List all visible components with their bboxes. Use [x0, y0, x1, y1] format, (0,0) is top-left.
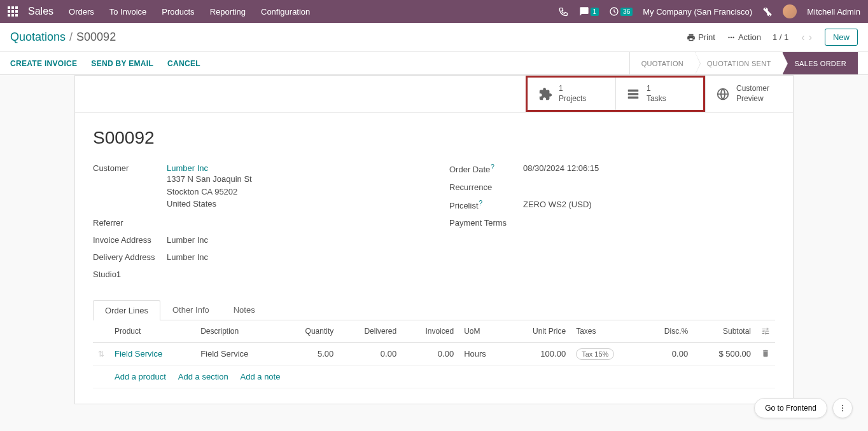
form-columns: Customer Lumber Inc 1337 N San Joaquin S…	[93, 163, 775, 287]
projects-label: Projects	[559, 94, 586, 104]
chat-icon[interactable]: 1	[579, 6, 599, 17]
column-settings-icon[interactable]	[761, 327, 770, 336]
referrer-label: Referrer	[93, 218, 167, 228]
cell-taxes[interactable]: Tax 15%	[576, 348, 614, 360]
action-label: Action	[738, 32, 761, 42]
pager-next-icon[interactable]: ›	[808, 32, 813, 43]
th-invoiced[interactable]: Invoiced	[402, 320, 459, 343]
menu-reporting[interactable]: Reporting	[210, 7, 246, 17]
cell-uom[interactable]: Hours	[459, 342, 507, 365]
delivery-address-value[interactable]: Lumber Inc	[167, 252, 419, 262]
tab-notes[interactable]: Notes	[221, 299, 267, 320]
tasks-label: Tasks	[647, 94, 666, 104]
create-invoice-button[interactable]: CREATE INVOICE	[10, 59, 77, 68]
th-quantity[interactable]: Quantity	[281, 320, 339, 343]
puzzle-icon	[538, 87, 552, 101]
breadcrumb-actions: Print Action 1 / 1 ‹ › New	[687, 29, 858, 46]
customer-addr1: 1337 N San Joaquin St	[167, 173, 419, 186]
menu-orders[interactable]: Orders	[69, 7, 94, 17]
nav-right: 1 36 My Company (San Francisco) Mitchell…	[559, 4, 860, 18]
clock-icon[interactable]: 36	[609, 6, 633, 17]
clock-badge: 36	[620, 8, 633, 16]
cell-description[interactable]: Field Service	[195, 342, 281, 365]
th-delivered[interactable]: Delivered	[339, 320, 402, 343]
customer-preview-button[interactable]: Customer Preview	[705, 76, 793, 112]
status-quotation[interactable]: QUOTATION	[629, 52, 695, 74]
tasks-stat-button[interactable]: 1 Tasks	[615, 78, 703, 110]
invoice-address-value[interactable]: Lumber Inc	[167, 235, 419, 245]
pager-nav: ‹ ›	[800, 32, 813, 43]
invoice-address-label: Invoice Address	[93, 235, 167, 245]
menu-configuration[interactable]: Configuration	[261, 7, 310, 17]
status-bar: QUOTATION QUOTATION SENT SALES ORDER	[629, 52, 858, 74]
th-subtotal[interactable]: Subtotal	[693, 320, 756, 343]
table-row[interactable]: ⇅ Field Service Field Service 5.00 0.00 …	[93, 342, 775, 365]
svg-rect-5	[15, 10, 18, 13]
user-avatar[interactable]	[783, 4, 797, 18]
customer-addr3: United States	[167, 198, 419, 210]
status-quotation-sent[interactable]: QUOTATION SENT	[695, 52, 782, 74]
customer-addr2: Stockton CA 95202	[167, 186, 419, 198]
print-label: Print	[698, 32, 715, 42]
th-taxes[interactable]: Taxes	[571, 320, 643, 343]
more-button[interactable]	[832, 398, 853, 404]
tab-order-lines[interactable]: Order Lines	[93, 300, 160, 320]
user-name[interactable]: Mitchell Admin	[807, 7, 860, 17]
studio1-label: Studio1	[93, 270, 167, 279]
pager-prev-icon[interactable]: ‹	[800, 32, 806, 43]
delete-row-icon[interactable]	[761, 349, 770, 358]
projects-count: 1	[559, 84, 586, 94]
menu-to-invoice[interactable]: To Invoice	[109, 7, 147, 17]
pricelist-label: Pricelist?	[449, 200, 523, 210]
cell-delivered[interactable]: 0.00	[339, 342, 402, 365]
new-button[interactable]: New	[825, 29, 858, 46]
delivery-address-label: Delivery Address	[93, 252, 167, 262]
table-header-row: Product Description Quantity Delivered I…	[93, 320, 775, 343]
tab-other-info[interactable]: Other Info	[160, 299, 221, 320]
svg-rect-12	[628, 96, 639, 99]
add-product-link[interactable]: Add a product	[115, 372, 166, 381]
form-left-column: Customer Lumber Inc 1337 N San Joaquin S…	[93, 163, 419, 287]
cell-disc[interactable]: 0.00	[643, 342, 693, 365]
apps-icon[interactable]	[8, 6, 18, 17]
company-selector[interactable]: My Company (San Francisco)	[643, 7, 752, 17]
form-sheet: S00092 Customer Lumber Inc 1337 N San Jo…	[75, 113, 793, 404]
svg-rect-6	[8, 14, 10, 17]
customer-link[interactable]: Lumber Inc	[167, 163, 419, 173]
cell-invoiced[interactable]: 0.00	[402, 342, 459, 365]
tools-icon[interactable]	[762, 6, 773, 17]
stat-buttons: 1 Projects 1 Tasks Customer Preview	[75, 76, 793, 113]
projects-stat-button[interactable]: 1 Projects	[528, 78, 615, 110]
pricelist-value[interactable]: ZERO WS2 (USD)	[523, 200, 775, 209]
cancel-button[interactable]: CANCEL	[167, 59, 200, 68]
action-button[interactable]: Action	[727, 32, 761, 42]
svg-rect-0	[8, 6, 10, 9]
cell-quantity[interactable]: 5.00	[281, 342, 339, 365]
goto-frontend-button[interactable]: Go to Frontend	[754, 398, 827, 404]
action-bar: CREATE INVOICE SEND BY EMAIL CANCEL QUOT…	[0, 52, 868, 75]
status-sales-order[interactable]: SALES ORDER	[782, 52, 858, 74]
th-description[interactable]: Description	[195, 320, 281, 343]
add-section-link[interactable]: Add a section	[178, 372, 228, 381]
menu-products[interactable]: Products	[162, 7, 194, 17]
phone-icon[interactable]	[559, 6, 569, 17]
print-button[interactable]: Print	[687, 32, 715, 42]
cell-product[interactable]: Field Service	[115, 349, 162, 359]
payment-terms-label: Payment Terms	[449, 218, 523, 228]
th-disc[interactable]: Disc.%	[643, 320, 693, 343]
send-email-button[interactable]: SEND BY EMAIL	[91, 59, 153, 68]
svg-rect-7	[11, 14, 14, 17]
drag-handle-icon[interactable]: ⇅	[98, 350, 104, 359]
add-note-link[interactable]: Add a note	[241, 372, 281, 381]
svg-rect-11	[628, 93, 639, 95]
chat-badge: 1	[591, 8, 599, 16]
breadcrumb-separator: /	[69, 31, 73, 44]
th-product[interactable]: Product	[109, 320, 195, 343]
th-uom[interactable]: UoM	[459, 320, 507, 343]
th-unit-price[interactable]: Unit Price	[507, 320, 571, 343]
order-date-value[interactable]: 08/30/2024 12:06:15	[523, 163, 775, 173]
cell-unit-price[interactable]: 100.00	[507, 342, 571, 365]
breadcrumb-parent[interactable]: Quotations	[10, 31, 66, 44]
tasks-count: 1	[647, 84, 666, 94]
app-name[interactable]: Sales	[28, 6, 53, 17]
